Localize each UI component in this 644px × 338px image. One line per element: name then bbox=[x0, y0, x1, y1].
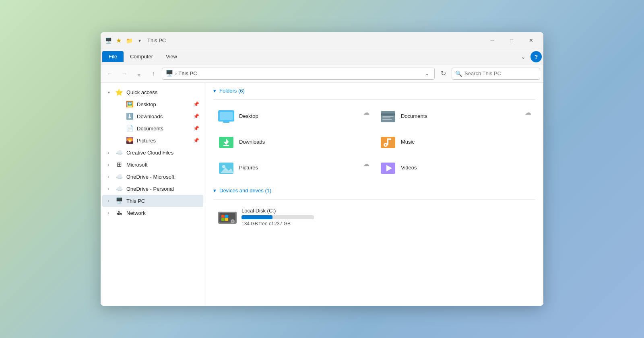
folder-pictures[interactable]: Pictures ☁ bbox=[213, 155, 374, 179]
sidebar: ▾ ⭐ Quick access 🖼️ Desktop 📌 ⬇️ Downloa… bbox=[101, 83, 205, 306]
pictures-folder-icon-large bbox=[217, 159, 235, 176]
explorer-window: 🖥️ ★ 📁 ▾ This PC ─ □ ✕ File Computer Vie… bbox=[101, 32, 543, 306]
search-input[interactable] bbox=[464, 70, 537, 76]
downloads-folder-info: Downloads bbox=[239, 139, 265, 145]
desktop-folder-name: Desktop bbox=[239, 113, 258, 119]
drive-free-label: 134 GB free of 237 GB bbox=[242, 221, 314, 227]
microsoft-icon: ⊞ bbox=[115, 161, 123, 169]
folders-grid: Desktop ☁ bbox=[213, 104, 535, 179]
up-button[interactable]: ↑ bbox=[147, 68, 159, 80]
downloads-label: Downloads bbox=[137, 113, 163, 120]
onedrive-personal-icon: ☁️ bbox=[115, 185, 123, 193]
search-box[interactable]: 🔍 bbox=[452, 68, 540, 80]
svg-point-29 bbox=[232, 221, 233, 222]
microsoft-chevron: › bbox=[108, 163, 114, 167]
pictures-cloud-icon: ☁ bbox=[363, 160, 369, 168]
creative-cloud-icon: ☁️ bbox=[115, 148, 123, 157]
window-icon: 🖥️ bbox=[104, 36, 113, 45]
pictures-folder-name: Pictures bbox=[239, 165, 258, 171]
devices-section-header[interactable]: ▾ Devices and drives (1) bbox=[213, 188, 535, 194]
documents-folder-info: Documents bbox=[401, 113, 427, 119]
svg-rect-5 bbox=[382, 116, 394, 117]
ribbon: File Computer View ⌄ ? bbox=[101, 49, 543, 64]
folder-downloads[interactable]: Downloads bbox=[213, 130, 374, 154]
sidebar-item-this-pc[interactable]: › 🖥️ This PC bbox=[102, 195, 203, 207]
address-path[interactable]: 🖥️ › This PC ⌄ bbox=[162, 68, 435, 80]
svg-point-14 bbox=[385, 144, 386, 146]
address-bar: ← → ⌄ ↑ 🖥️ › This PC ⌄ ↻ 🔍 bbox=[101, 64, 543, 83]
quick-access-icon[interactable]: ★ bbox=[114, 36, 123, 45]
sidebar-item-onedrive-personal[interactable]: › ☁️ OneDrive - Personal bbox=[102, 183, 203, 195]
search-icon: 🔍 bbox=[455, 70, 462, 77]
drive-bar-bg bbox=[242, 215, 314, 219]
downloads-folder-icon: ⬇️ bbox=[126, 112, 134, 120]
desktop-folder-icon-large bbox=[217, 107, 235, 125]
sidebar-item-microsoft[interactable]: › ⊞ Microsoft bbox=[102, 159, 203, 171]
pictures-folder-icon: 🌄 bbox=[126, 136, 134, 144]
main-area: ▾ ⭐ Quick access 🖼️ Desktop 📌 ⬇️ Downloa… bbox=[101, 83, 543, 306]
ribbon-tab-computer[interactable]: Computer bbox=[124, 51, 159, 62]
minimize-button[interactable]: ─ bbox=[483, 34, 502, 47]
svg-rect-11 bbox=[223, 145, 229, 146]
back-button[interactable]: ← bbox=[104, 68, 116, 80]
title-bar: 🖥️ ★ 📁 ▾ This PC ─ □ ✕ bbox=[101, 32, 543, 49]
devices-divider bbox=[213, 199, 535, 200]
close-button[interactable]: ✕ bbox=[522, 34, 540, 47]
sidebar-item-desktop[interactable]: 🖼️ Desktop 📌 bbox=[102, 98, 203, 110]
folder-videos[interactable]: Videos bbox=[375, 155, 535, 179]
folder-desktop[interactable]: Desktop ☁ bbox=[213, 104, 374, 128]
desktop-pin-icon: 📌 bbox=[193, 101, 199, 107]
documents-folder-icon: 📄 bbox=[126, 124, 134, 132]
documents-folder-name: Documents bbox=[401, 113, 427, 119]
folders-section-label: Folders (6) bbox=[219, 88, 245, 94]
onedrive-ms-chevron: › bbox=[108, 175, 114, 179]
path-label: This PC bbox=[178, 70, 197, 76]
onedrive-personal-chevron: › bbox=[108, 187, 114, 191]
quick-access-star-icon: ⭐ bbox=[115, 88, 123, 96]
documents-pin-icon: 📌 bbox=[193, 126, 199, 131]
sidebar-item-network[interactable]: › 🖧 Network bbox=[102, 207, 203, 219]
svg-rect-16 bbox=[387, 138, 391, 140]
sidebar-item-pictures[interactable]: 🌄 Pictures 📌 bbox=[102, 134, 203, 146]
svg-rect-6 bbox=[382, 117, 390, 118]
window-title: This PC bbox=[147, 37, 483, 43]
svg-rect-4 bbox=[381, 113, 395, 115]
title-bar-icons: 🖥️ ★ 📁 ▾ bbox=[104, 36, 144, 45]
drive-name: Local Disk (C:) bbox=[242, 208, 314, 214]
folder-music[interactable]: Music bbox=[375, 130, 535, 154]
sidebar-item-quick-access[interactable]: ▾ ⭐ Quick access bbox=[102, 86, 203, 98]
path-dropdown[interactable]: ⌄ bbox=[423, 70, 431, 76]
toolbar-folder-icon: 📁 bbox=[125, 36, 134, 45]
ribbon-tab-view[interactable]: View bbox=[159, 51, 184, 62]
sidebar-item-onedrive-microsoft[interactable]: › ☁️ OneDrive - Microsoft bbox=[102, 171, 203, 183]
sidebar-item-downloads[interactable]: ⬇️ Downloads 📌 bbox=[102, 110, 203, 122]
toolbar-dropdown-icon[interactable]: ▾ bbox=[135, 36, 144, 45]
folders-section-header[interactable]: ▾ Folders (6) bbox=[213, 88, 535, 94]
music-folder-icon-large bbox=[379, 133, 397, 150]
ribbon-chevron-button[interactable]: ⌄ bbox=[518, 51, 529, 62]
svg-rect-7 bbox=[382, 119, 392, 120]
folders-divider bbox=[213, 99, 535, 100]
help-button[interactable]: ? bbox=[530, 51, 542, 62]
devices-chevron-icon: ▾ bbox=[213, 188, 216, 194]
onedrive-ms-icon: ☁️ bbox=[115, 173, 123, 181]
ribbon-tab-file[interactable]: File bbox=[102, 51, 124, 62]
desktop-folder-info: Desktop bbox=[239, 113, 258, 119]
onedrive-ms-label: OneDrive - Microsoft bbox=[126, 174, 174, 180]
forward-button[interactable]: → bbox=[118, 68, 130, 80]
sidebar-item-creative-cloud[interactable]: › ☁️ Creative Cloud Files bbox=[102, 146, 203, 159]
network-icon: 🖧 bbox=[115, 209, 123, 217]
videos-folder-name: Videos bbox=[401, 165, 417, 171]
folder-documents[interactable]: Documents ☁ bbox=[375, 104, 535, 128]
desktop-cloud-icon: ☁ bbox=[363, 109, 369, 116]
svg-point-18 bbox=[222, 165, 225, 168]
drive-local-disk-c[interactable]: Local Disk (C:) 134 GB free of 237 GB bbox=[213, 204, 535, 230]
dropdown-arrow-button[interactable]: ⌄ bbox=[133, 68, 145, 80]
sidebar-item-documents[interactable]: 📄 Documents 📌 bbox=[102, 122, 203, 134]
refresh-button[interactable]: ↻ bbox=[437, 68, 449, 80]
documents-folder-icon-large bbox=[379, 107, 397, 125]
videos-folder-icon-large bbox=[379, 159, 397, 176]
maximize-button[interactable]: □ bbox=[502, 34, 521, 47]
this-pc-icon: 🖥️ bbox=[115, 197, 123, 205]
ribbon-end: ⌄ ? bbox=[518, 51, 542, 62]
